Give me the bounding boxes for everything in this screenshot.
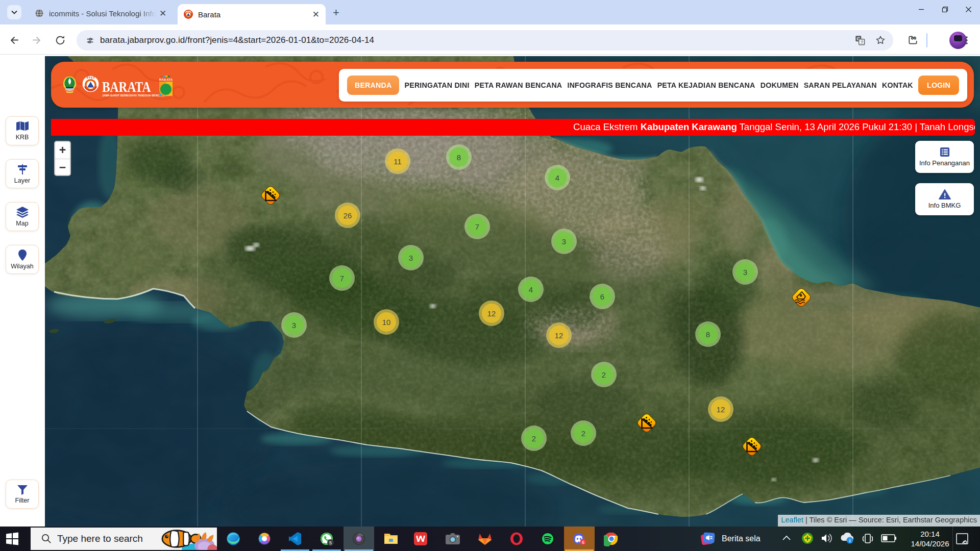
svg-text:i: i xyxy=(849,538,851,543)
svg-text:6: 6 xyxy=(582,540,584,545)
svg-text:B P B D: B P B D xyxy=(86,77,95,79)
svg-text:5: 5 xyxy=(329,540,332,545)
svg-text:文: 文 xyxy=(860,40,864,44)
svg-text:BARATA: BARATA xyxy=(159,78,173,81)
